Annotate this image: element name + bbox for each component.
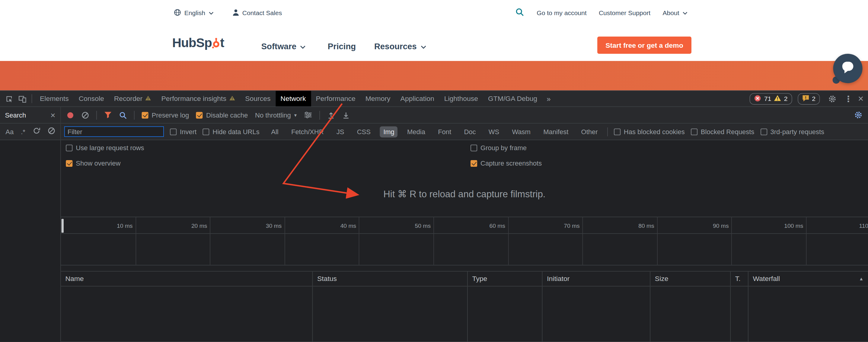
type-filter-ws[interactable]: WS: [485, 126, 502, 137]
export-har-icon[interactable]: [342, 111, 350, 119]
type-filter-img[interactable]: Img: [380, 126, 398, 137]
filter-input[interactable]: [64, 126, 164, 137]
tab-lighthouse[interactable]: Lighthouse: [439, 91, 483, 106]
customer-support-link[interactable]: Customer Support: [599, 9, 650, 16]
network-conditions-icon[interactable]: [304, 112, 312, 119]
has-blocked-cookies-checkbox[interactable]: Has blocked cookies: [614, 128, 685, 136]
show-overview-checkbox[interactable]: Show overview: [66, 160, 120, 167]
kebab-menu-icon[interactable]: ⋮: [844, 94, 852, 103]
nav-resources[interactable]: Resources: [374, 38, 426, 54]
request-table-body: [61, 286, 868, 342]
request-table: Name Status Type Initiator Size T. Water…: [61, 271, 868, 342]
third-party-requests-checkbox[interactable]: 3rd-party requests: [760, 128, 824, 136]
table-column: [61, 286, 313, 342]
type-filter-media[interactable]: Media: [404, 126, 429, 137]
tab-label: Recorder: [114, 95, 143, 103]
regex-toggle[interactable]: .*: [21, 128, 25, 136]
language-selector[interactable]: English: [174, 8, 214, 17]
more-tabs-button[interactable]: »: [542, 94, 555, 103]
column-header-initiator[interactable]: Initiator: [542, 272, 651, 286]
network-overview[interactable]: 10 ms20 ms30 ms40 ms50 ms60 ms70 ms80 ms…: [61, 217, 868, 265]
type-filter-js[interactable]: JS: [333, 126, 348, 137]
tab-sources[interactable]: Sources: [240, 91, 276, 106]
column-label: T.: [735, 275, 741, 283]
separator: [319, 111, 320, 119]
timeline-gridline: [732, 217, 732, 265]
type-filter-other[interactable]: Other: [578, 126, 601, 137]
overview-handle[interactable]: [62, 219, 64, 233]
tab-memory[interactable]: Memory: [360, 91, 395, 106]
throttling-select[interactable]: No throttling ▾: [255, 111, 297, 119]
column-header-time[interactable]: T.: [731, 272, 748, 286]
timeline-tick-label: 40 ms: [340, 222, 359, 229]
timeline-tick-label: 100 ms: [784, 222, 806, 229]
tab-gtm-ga-debug[interactable]: GTM/GA Debug: [483, 91, 542, 106]
use-large-request-rows-checkbox[interactable]: Use large request rows: [66, 144, 144, 152]
network-filter-bar: Invert Hide data URLs All Fetch/XHR JS C…: [61, 123, 868, 140]
about-menu[interactable]: About: [662, 9, 687, 16]
account-link[interactable]: Go to my account: [537, 9, 586, 16]
nav-software[interactable]: Software: [261, 38, 306, 54]
throttling-value: No throttling: [255, 111, 291, 119]
hubspot-logo[interactable]: HubSpt: [172, 35, 224, 51]
contact-sales-link[interactable]: Contact Sales: [232, 8, 282, 17]
network-settings-gear-icon[interactable]: [854, 111, 863, 119]
filmstrip-hint-text: Hit ⌘ R to reload and capture filmstrip.: [383, 188, 546, 200]
column-header-name[interactable]: Name: [61, 272, 313, 286]
checkbox-label: Hide data URLs: [213, 128, 259, 136]
utility-bar: English Contact Sales Go to my account C…: [0, 0, 868, 25]
search-icon[interactable]: [516, 8, 525, 18]
column-header-waterfall[interactable]: Waterfall ▲: [748, 272, 868, 286]
column-header-type[interactable]: Type: [468, 272, 542, 286]
preserve-log-checkbox[interactable]: Preserve log: [142, 111, 189, 119]
column-header-size[interactable]: Size: [650, 272, 731, 286]
hide-data-urls-checkbox[interactable]: Hide data URLs: [203, 128, 259, 136]
type-filter-css[interactable]: CSS: [354, 126, 374, 137]
chat-widget-button[interactable]: [833, 54, 862, 83]
close-devtools-icon[interactable]: ×: [858, 94, 864, 103]
type-filter-all[interactable]: All: [268, 126, 282, 137]
filter-funnel-icon[interactable]: [104, 112, 112, 119]
type-filter-doc[interactable]: Doc: [461, 126, 479, 137]
checkbox-box: [760, 129, 767, 135]
tab-elements[interactable]: Elements: [35, 91, 74, 106]
console-status-badge[interactable]: 71 2: [750, 93, 792, 105]
nav-pricing[interactable]: Pricing: [328, 38, 356, 54]
timeline-gridline: [583, 217, 583, 265]
clear-icon[interactable]: [48, 127, 55, 136]
import-har-icon[interactable]: [327, 111, 335, 119]
search-network-icon[interactable]: [119, 111, 127, 119]
group-by-frame-checkbox[interactable]: Group by frame: [470, 144, 527, 152]
checkbox-label: 3rd-party requests: [770, 128, 824, 136]
inspect-element-icon[interactable]: [2, 91, 16, 106]
devtools-tab-bar: Elements Console Recorder Performance in…: [0, 91, 868, 107]
type-filter-manifest[interactable]: Manifest: [540, 126, 571, 137]
type-filter-font[interactable]: Font: [435, 126, 455, 137]
settings-gear-icon[interactable]: [826, 94, 839, 103]
record-network-log-button[interactable]: [66, 111, 74, 119]
disable-cache-checkbox[interactable]: Disable cache: [196, 111, 248, 119]
type-filter-fetch-xhr[interactable]: Fetch/XHR: [288, 126, 327, 137]
tab-recorder[interactable]: Recorder: [109, 91, 156, 106]
tab-application[interactable]: Application: [395, 91, 439, 106]
search-panel-header: Search ×: [0, 107, 60, 123]
issues-badge[interactable]: 2: [797, 93, 820, 105]
timeline-tick-label: 10 ms: [117, 222, 135, 229]
separator: [607, 127, 608, 136]
close-search-icon[interactable]: ×: [51, 111, 55, 119]
tab-performance-insights[interactable]: Performance insights: [156, 91, 240, 106]
tab-network[interactable]: Network: [276, 91, 311, 106]
timeline-gridline: [210, 217, 211, 265]
device-toolbar-icon[interactable]: [16, 91, 29, 106]
column-header-status[interactable]: Status: [313, 272, 468, 286]
clear-network-log-button[interactable]: [82, 111, 89, 119]
match-case-toggle[interactable]: Aa: [5, 128, 13, 136]
refresh-icon[interactable]: [33, 127, 40, 136]
blocked-requests-checkbox[interactable]: Blocked Requests: [691, 128, 754, 136]
invert-checkbox[interactable]: Invert: [170, 128, 196, 136]
tab-performance[interactable]: Performance: [311, 91, 360, 106]
capture-screenshots-checkbox[interactable]: Capture screenshots: [470, 160, 542, 167]
tab-console[interactable]: Console: [74, 91, 109, 106]
type-filter-wasm[interactable]: Wasm: [508, 126, 534, 137]
start-free-demo-button[interactable]: Start free or get a demo: [597, 36, 691, 54]
